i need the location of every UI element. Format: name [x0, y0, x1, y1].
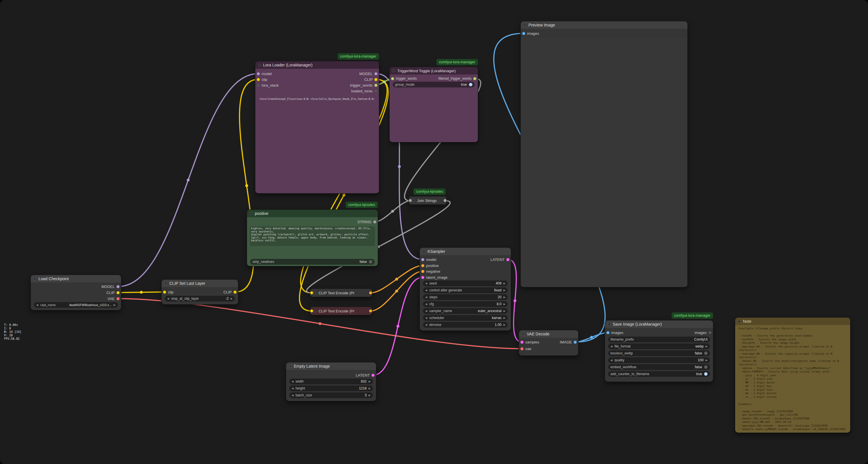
- widget-strip-newlines[interactable]: strip_newlines false: [250, 259, 375, 265]
- node-save-image[interactable]: Save Image (LoraManager) images images f…: [605, 320, 713, 382]
- input-slot-model[interactable]: model: [421, 257, 436, 262]
- input-slot-negative[interactable]: negative: [421, 268, 440, 274]
- node-header[interactable]: CLIP Set Last Layer: [162, 280, 238, 287]
- input-slot-vae[interactable]: vae: [520, 346, 531, 351]
- node-clip-text-encode-positive[interactable]: CLIP Text Encode (Pr: [310, 289, 372, 297]
- output-slot-string[interactable]: STRING: [358, 219, 376, 225]
- widget-quality[interactable]: ◀ quality 100 ▶: [608, 357, 710, 363]
- output-slot-trigger-words[interactable]: trigger_words: [350, 82, 377, 88]
- output-port-dot[interactable]: [369, 291, 372, 294]
- collapse-toggle-icon[interactable]: [608, 323, 610, 326]
- node-header[interactable]: KSampler: [420, 248, 511, 255]
- collapse-toggle-icon[interactable]: [423, 250, 425, 253]
- widget-file-format[interactable]: ◀ file_format webp ▶: [608, 344, 710, 349]
- port-dot-string[interactable]: [373, 220, 376, 224]
- node-note[interactable]: Note Available filename_prefix Pattern C…: [735, 318, 850, 433]
- port-dot-clip[interactable]: [234, 291, 237, 294]
- node-header[interactable]: VAE Decode: [519, 330, 578, 338]
- output-slot-clip[interactable]: CLIP: [223, 289, 237, 295]
- widget-lossless-webp[interactable]: lossless_webp false: [608, 350, 710, 356]
- node-clip-text-encode-negative[interactable]: CLIP Text Encode (Pr: [310, 307, 372, 315]
- output-port-dot[interactable]: [444, 199, 446, 202]
- node-header[interactable]: Save Image (LoraManager): [605, 320, 713, 328]
- increment-arrow-icon[interactable]: ▶: [503, 324, 505, 326]
- node-load-checkpoint[interactable]: Load Checkpoint MODEL CLIP VAE ◀ ckpt_na…: [31, 275, 121, 310]
- port-dot-latent[interactable]: [421, 276, 424, 279]
- increment-arrow-icon[interactable]: ▶: [369, 387, 371, 390]
- widget-add-counter-to-filename[interactable]: add_counter_to_filename true: [608, 371, 710, 377]
- widget-cfg[interactable]: ◀ cfg 8.0 ▶: [423, 301, 508, 307]
- collapse-toggle-icon[interactable]: [738, 320, 741, 323]
- input-slot-images[interactable]: images: [607, 330, 623, 336]
- widget-steps[interactable]: ◀ steps 20 ▶: [423, 294, 508, 300]
- port-dot-model[interactable]: [374, 72, 377, 76]
- increment-arrow-icon[interactable]: ▶: [706, 359, 708, 361]
- port-dot-model[interactable]: [117, 285, 120, 288]
- output-slot-latent[interactable]: LATENT: [491, 257, 509, 262]
- increment-arrow-icon[interactable]: ▶: [503, 282, 505, 285]
- decrement-arrow-icon[interactable]: ◀: [425, 324, 427, 326]
- node-graph-canvas[interactable]: Load Checkpoint MODEL CLIP VAE ◀ ckpt_na…: [0, 0, 868, 464]
- widget-stop-at-clip-layer[interactable]: ◀ stop_at_clip_layer -2 ▶: [165, 296, 235, 301]
- increment-arrow-icon[interactable]: ▶: [503, 303, 505, 306]
- toggle-knob-icon[interactable]: [704, 351, 708, 355]
- port-dot-latent[interactable]: [371, 374, 375, 377]
- collapse-toggle-icon[interactable]: [314, 292, 316, 294]
- increment-arrow-icon[interactable]: ▶: [503, 296, 505, 298]
- widget-seed[interactable]: ◀ seed 409 ▶: [423, 281, 508, 286]
- toggle-knob-icon[interactable]: [369, 260, 372, 263]
- port-dot-clip[interactable]: [163, 291, 166, 294]
- port-dot-model[interactable]: [421, 258, 424, 261]
- prev-value-arrow-icon[interactable]: ◀: [425, 289, 427, 292]
- input-port-dot[interactable]: [310, 310, 313, 312]
- port-dot-model[interactable]: [257, 72, 260, 76]
- prev-value-arrow-icon[interactable]: ◀: [425, 317, 427, 319]
- collapse-toggle-icon[interactable]: [314, 310, 316, 312]
- decrement-arrow-icon[interactable]: ◀: [425, 282, 427, 285]
- decrement-arrow-icon[interactable]: ◀: [291, 394, 293, 397]
- port-dot-trigger-words[interactable]: [391, 77, 394, 80]
- note-text[interactable]: Available filename_prefix Pattern Codes …: [738, 326, 848, 431]
- port-dot-trigger-words[interactable]: [374, 84, 377, 87]
- port-dot-clip[interactable]: [257, 78, 260, 81]
- prev-value-arrow-icon[interactable]: ◀: [425, 310, 427, 312]
- widget-scheduler[interactable]: ◀ scheduler karras ▶: [423, 315, 508, 321]
- node-empty-latent-image[interactable]: Empty Latent Image LATENT ◀ width 832 ▶ …: [286, 362, 376, 401]
- prev-value-arrow-icon[interactable]: ◀: [610, 345, 612, 348]
- widget-width[interactable]: ◀ width 832 ▶: [289, 379, 373, 384]
- output-slot-filtered-trigger-words[interactable]: filtered_trigger_words: [438, 76, 476, 81]
- port-dot-latent[interactable]: [520, 341, 524, 344]
- port-dot-vae[interactable]: [117, 297, 120, 300]
- port-dot-filtered-trigger-words[interactable]: [473, 77, 476, 80]
- input-slot-trigger-words[interactable]: trigger_words: [391, 76, 417, 81]
- output-slot-image[interactable]: IMAGE: [560, 339, 577, 345]
- port-dot-conditioning[interactable]: [421, 264, 424, 267]
- port-dot-conditioning[interactable]: [421, 270, 424, 273]
- port-dot-image[interactable]: [607, 331, 610, 334]
- port-dot-image[interactable]: [522, 32, 525, 35]
- node-header[interactable]: Note: [735, 318, 850, 325]
- toggle-knob-icon[interactable]: [704, 365, 708, 369]
- node-positive-string[interactable]: positive STRING highres, very detailed, …: [247, 210, 378, 266]
- port-dot-image[interactable]: [708, 331, 712, 334]
- output-slot-clip[interactable]: CLIP: [364, 77, 377, 82]
- node-header[interactable]: Lora Loader (LoraManager): [255, 61, 379, 69]
- increment-arrow-icon[interactable]: ▶: [230, 297, 232, 300]
- port-dot-loaded-loras[interactable]: [374, 89, 377, 93]
- increment-arrow-icon[interactable]: ▶: [369, 394, 371, 397]
- node-lora-loader[interactable]: Lora Loader (LoraManager) model clip lor…: [255, 61, 379, 193]
- widget-height[interactable]: ◀ height 1216 ▶: [289, 385, 373, 391]
- collapse-toggle-icon[interactable]: [412, 199, 415, 202]
- widget-denoise[interactable]: ◀ denoise 1.00 ▶: [423, 322, 508, 328]
- output-slot-loaded-loras[interactable]: loaded_loras: [351, 88, 377, 94]
- port-dot-clip[interactable]: [117, 291, 120, 294]
- decrement-arrow-icon[interactable]: ◀: [167, 297, 169, 300]
- next-value-arrow-icon[interactable]: ▶: [503, 289, 505, 292]
- widget-sampler-name[interactable]: ◀ sampler_name euler_ancestral ▶: [423, 308, 508, 314]
- next-value-arrow-icon[interactable]: ▶: [503, 317, 505, 319]
- decrement-arrow-icon[interactable]: ◀: [291, 387, 293, 390]
- input-port-dot[interactable]: [409, 199, 412, 202]
- collapse-toggle-icon[interactable]: [393, 69, 395, 72]
- node-ksampler[interactable]: KSampler model positive negative latent_…: [420, 248, 511, 330]
- collapse-toggle-icon[interactable]: [34, 278, 36, 280]
